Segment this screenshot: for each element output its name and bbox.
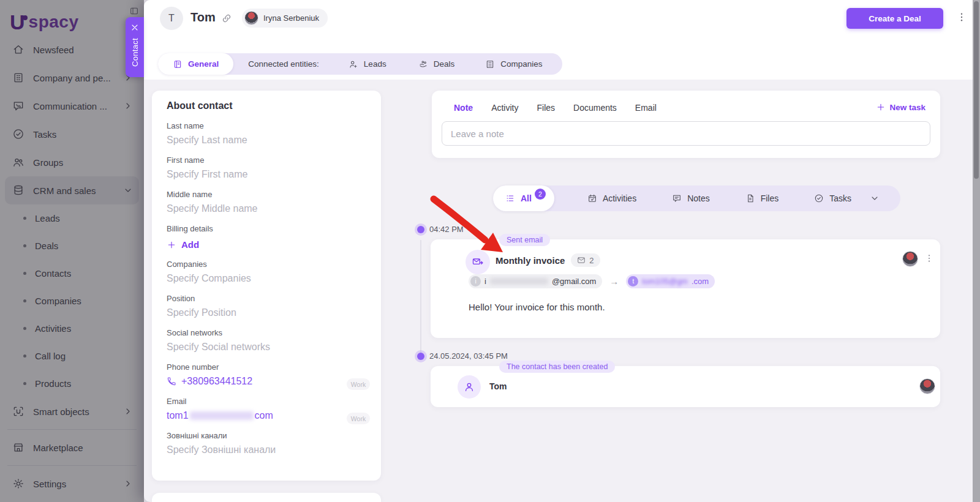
- field-label: Last name: [167, 121, 366, 130]
- page-scrollbar[interactable]: [973, 0, 980, 502]
- page-title: Tom: [190, 10, 216, 24]
- phone-icon: [167, 376, 176, 386]
- field-placeholder[interactable]: Specify Companies: [167, 273, 366, 284]
- more-menu-icon[interactable]: [956, 12, 967, 23]
- contact-icon: [458, 375, 481, 399]
- entity-tab-bar: General Connected entities: Leads Deals …: [158, 53, 562, 75]
- email-count-badge[interactable]: 2: [571, 253, 600, 267]
- composer-tab-note[interactable]: Note: [454, 103, 473, 113]
- owner-name: Iryna Serbeniuk: [263, 13, 319, 23]
- contact-avatar[interactable]: T: [160, 7, 183, 30]
- filter-label: Activities: [603, 193, 636, 203]
- contact-panel: T Tom Iryna Serbeniuk Create a Deal Gene…: [144, 0, 973, 502]
- filter-files[interactable]: Files: [745, 193, 779, 203]
- filter-label: Notes: [687, 193, 710, 203]
- from-prefix: i: [484, 277, 486, 286]
- create-deal-button[interactable]: Create a Deal: [846, 8, 943, 29]
- note-bubble-icon: [672, 193, 682, 203]
- field-label: Social networks: [167, 328, 366, 337]
- field-placeholder[interactable]: Specify Зовнішні канали: [167, 444, 366, 455]
- field-email[interactable]: Email tom1 com Work: [167, 397, 366, 421]
- field-label: Position: [167, 294, 366, 303]
- field-middle-name[interactable]: Middle name Specify Middle name: [167, 190, 366, 214]
- scrollbar-thumb[interactable]: [974, 1, 979, 179]
- email-count: 2: [589, 256, 594, 265]
- plus-icon: [167, 240, 176, 250]
- chevron-down-icon[interactable]: [870, 193, 880, 203]
- building-icon: [485, 59, 495, 69]
- field-phone[interactable]: Phone number +380963441512 Work: [167, 362, 366, 387]
- field-last-name[interactable]: Last name Specify Last name: [167, 121, 366, 146]
- timeline-line: [420, 240, 421, 356]
- email-value-suffix[interactable]: com: [255, 410, 273, 421]
- tab-general[interactable]: General: [158, 53, 233, 75]
- link-icon[interactable]: [221, 13, 232, 24]
- field-billing-details: Billing details Add: [167, 224, 366, 250]
- owner-chip[interactable]: Iryna Serbeniuk: [242, 9, 328, 28]
- responsible-avatar[interactable]: [902, 251, 918, 267]
- filter-tasks[interactable]: Tasks: [814, 193, 851, 203]
- field-placeholder[interactable]: Specify First name: [167, 169, 366, 180]
- field-placeholder[interactable]: Specify Last name: [167, 135, 366, 146]
- add-label: Add: [181, 239, 199, 250]
- field-first-name[interactable]: First name Specify First name: [167, 155, 366, 180]
- note-input[interactable]: [442, 121, 930, 146]
- event-type-badge: The contact has been created: [499, 361, 615, 373]
- tab-label: General: [188, 59, 219, 69]
- about-contact-card: About contact Last name Specify Last nam…: [152, 91, 381, 481]
- owner-avatar: [244, 11, 258, 25]
- field-position[interactable]: Position Specify Position: [167, 294, 366, 318]
- field-placeholder[interactable]: Specify Position: [167, 307, 366, 318]
- email-value-prefix[interactable]: tom1: [167, 410, 189, 421]
- new-task-label: New task: [889, 103, 925, 112]
- file-icon: [745, 193, 755, 203]
- tab-label: Leads: [364, 59, 386, 69]
- tab-leads[interactable]: Leads: [349, 59, 386, 69]
- phone-value[interactable]: +380963441512: [181, 376, 252, 387]
- composer-tab-email[interactable]: Email: [635, 103, 657, 113]
- field-label: Billing details: [167, 224, 366, 233]
- email-to-chip[interactable]: t tom105@gm .com: [626, 274, 715, 288]
- tab-label: Companies: [500, 59, 542, 69]
- field-placeholder[interactable]: Specify Middle name: [167, 203, 366, 214]
- email-body-text: Hello! Your invoice for this month.: [469, 302, 605, 312]
- field-label: First name: [167, 155, 366, 165]
- responsible-avatar[interactable]: [919, 378, 935, 394]
- calendar-icon: [587, 193, 597, 203]
- arrow-right-icon: →: [609, 276, 619, 287]
- tab-companies[interactable]: Companies: [485, 59, 542, 69]
- sender-avatar: i: [470, 276, 481, 287]
- filter-activities[interactable]: Activities: [587, 193, 636, 203]
- field-label: Phone number: [167, 362, 366, 372]
- composer-tab-files[interactable]: Files: [537, 103, 555, 113]
- tab-label: Deals: [434, 59, 455, 69]
- card-menu-icon[interactable]: [924, 253, 934, 263]
- contact-panel-tab[interactable]: Contact: [126, 17, 144, 77]
- composer-tab-documents[interactable]: Documents: [573, 103, 617, 113]
- new-task-button[interactable]: New task: [876, 102, 925, 112]
- tab-deals[interactable]: Deals: [418, 59, 455, 69]
- from-redaction: [490, 278, 548, 285]
- field-external-channels[interactable]: Зовнішні канали Specify Зовнішні канали: [167, 431, 366, 455]
- add-billing-button[interactable]: Add: [167, 239, 366, 250]
- contact-tab-label: Contact: [130, 38, 140, 67]
- filter-notes[interactable]: Notes: [672, 193, 710, 203]
- composer-tab-activity[interactable]: Activity: [491, 103, 518, 113]
- person-plus-icon: [349, 59, 358, 69]
- screen: U spacy Newsfeed Company and pe... Commu…: [0, 0, 980, 502]
- field-placeholder[interactable]: Specify Social networks: [167, 342, 366, 353]
- field-companies[interactable]: Companies Specify Companies: [167, 260, 366, 284]
- filter-label: Tasks: [829, 193, 851, 203]
- field-label: Companies: [167, 260, 366, 269]
- filter-all-count-badge: 2: [535, 189, 546, 200]
- field-social-networks[interactable]: Social networks Specify Social networks: [167, 328, 366, 353]
- email-from-chip[interactable]: i i @gmail.com: [469, 274, 602, 288]
- close-icon[interactable]: [130, 23, 140, 32]
- field-label: Зовнішні канали: [167, 431, 366, 440]
- sidebar: U spacy Newsfeed Company and pe... Commu…: [0, 0, 144, 502]
- field-label: Email: [167, 397, 366, 406]
- modal-dim-overlay[interactable]: [0, 0, 144, 502]
- contact-created-name[interactable]: Tom: [489, 381, 507, 391]
- email-redaction: [190, 411, 254, 420]
- check-circle-icon: [814, 193, 824, 203]
